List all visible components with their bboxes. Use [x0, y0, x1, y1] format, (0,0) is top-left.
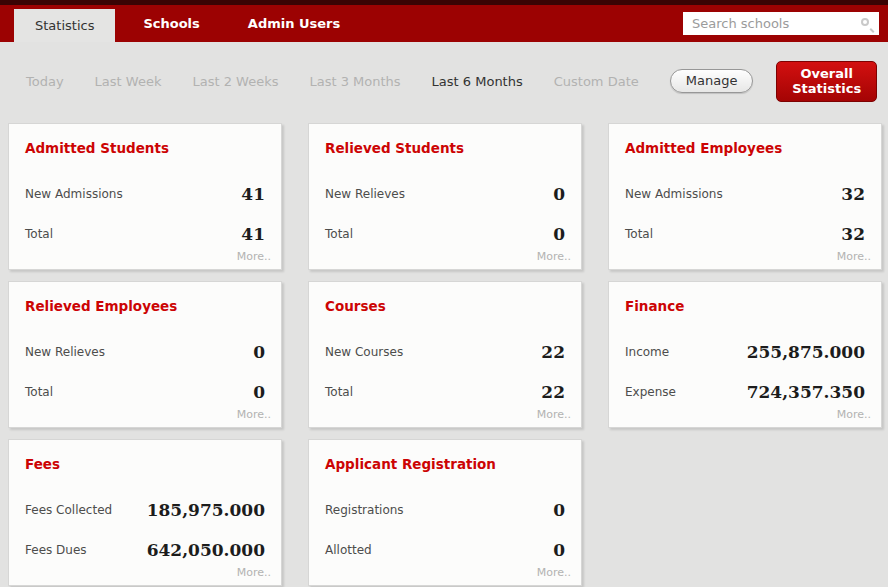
manage-button[interactable]: Manage	[670, 69, 754, 93]
stat-row: Fees Dues 642,050.000	[25, 540, 265, 560]
stat-value: 32	[841, 224, 865, 244]
stat-label: Income	[625, 345, 669, 359]
stat-row: New Courses 22	[325, 342, 565, 362]
stat-label: Total	[25, 385, 53, 399]
card-relieved-students: Relieved Students New Relieves 0 Total 0…	[308, 123, 582, 270]
stat-value: 41	[241, 184, 265, 204]
more-link[interactable]: More..	[837, 250, 871, 263]
stat-label: Total	[625, 227, 653, 241]
stat-row: New Admissions 41	[25, 184, 265, 204]
stat-value: 0	[253, 382, 265, 402]
search-input[interactable]	[683, 12, 879, 35]
stat-row: New Relieves 0	[25, 342, 265, 362]
stat-row: New Relieves 0	[325, 184, 565, 204]
more-link[interactable]: More..	[537, 250, 571, 263]
stat-row: Total 32	[625, 224, 865, 244]
stat-label: New Courses	[325, 345, 403, 359]
stat-label: New Relieves	[325, 187, 405, 201]
stat-value: 22	[541, 342, 565, 362]
magnifier-icon	[861, 18, 869, 26]
stat-value: 0	[253, 342, 265, 362]
stat-row: Total 0	[25, 382, 265, 402]
stat-row: Total 22	[325, 382, 565, 402]
more-link[interactable]: More..	[237, 250, 271, 263]
more-link[interactable]: More..	[837, 408, 871, 421]
filter-last-6-months[interactable]: Last 6 Months	[432, 74, 523, 89]
stat-row: Allotted 0	[325, 540, 565, 560]
stat-row: Registrations 0	[325, 500, 565, 520]
filter-today[interactable]: Today	[26, 74, 64, 89]
stat-value: 255,875.000	[747, 342, 865, 362]
stat-value: 185,975.000	[147, 500, 265, 520]
stat-label: Total	[25, 227, 53, 241]
stat-label: New Admissions	[25, 187, 123, 201]
stat-value: 32	[841, 184, 865, 204]
stat-row: Income 255,875.000	[625, 342, 865, 362]
card-admitted-employees: Admitted Employees New Admissions 32 Tot…	[608, 123, 882, 270]
stat-label: Total	[325, 227, 353, 241]
card-title: Admitted Employees	[625, 140, 865, 156]
tab-schools[interactable]: Schools	[123, 5, 219, 42]
card-title: Courses	[325, 298, 565, 314]
card-title: Applicant Registration	[325, 456, 565, 472]
filter-custom-date[interactable]: Custom Date	[554, 74, 639, 89]
filter-last-week[interactable]: Last Week	[95, 74, 162, 89]
card-relieved-employees: Relieved Employees New Relieves 0 Total …	[8, 281, 282, 428]
stat-value: 0	[553, 540, 565, 560]
card-applicant-registration: Applicant Registration Registrations 0 A…	[308, 439, 582, 586]
card-admitted-students: Admitted Students New Admissions 41 Tota…	[8, 123, 282, 270]
overall-statistics-button[interactable]: Overall Statistics	[776, 61, 877, 102]
stat-label: New Admissions	[625, 187, 723, 201]
card-title: Relieved Employees	[25, 298, 265, 314]
more-link[interactable]: More..	[237, 566, 271, 579]
card-title: Relieved Students	[325, 140, 565, 156]
tab-admin-users[interactable]: Admin Users	[228, 5, 360, 42]
stat-row: New Admissions 32	[625, 184, 865, 204]
card-finance: Finance Income 255,875.000 Expense 724,3…	[608, 281, 882, 428]
card-title: Finance	[625, 298, 865, 314]
filter-last-3-months[interactable]: Last 3 Months	[309, 74, 400, 89]
more-link[interactable]: More..	[237, 408, 271, 421]
more-link[interactable]: More..	[537, 566, 571, 579]
stat-row: Total 41	[25, 224, 265, 244]
stat-label: Expense	[625, 385, 676, 399]
stat-row: Expense 724,357.350	[625, 382, 865, 402]
stat-value: 22	[541, 382, 565, 402]
stat-value: 642,050.000	[147, 540, 265, 560]
stat-label: Fees Dues	[25, 543, 87, 557]
card-fees: Fees Fees Collected 185,975.000 Fees Due…	[8, 439, 282, 586]
stat-label: Fees Collected	[25, 503, 112, 517]
stat-row: Total 0	[325, 224, 565, 244]
card-title: Fees	[25, 456, 265, 472]
date-filter-bar: Today Last Week Last 2 Weeks Last 3 Mont…	[0, 42, 888, 120]
statistics-cards-grid: Admitted Students New Admissions 41 Tota…	[0, 120, 888, 586]
card-title: Admitted Students	[25, 140, 265, 156]
stat-value: 41	[241, 224, 265, 244]
stat-value: 0	[553, 184, 565, 204]
stat-label: Registrations	[325, 503, 404, 517]
more-link[interactable]: More..	[537, 408, 571, 421]
filter-last-2-weeks[interactable]: Last 2 Weeks	[192, 74, 278, 89]
stat-row: Fees Collected 185,975.000	[25, 500, 265, 520]
stat-label: Total	[325, 385, 353, 399]
stat-value: 0	[553, 224, 565, 244]
search-container	[683, 12, 879, 35]
stat-label: New Relieves	[25, 345, 105, 359]
main-navbar: Statistics Schools Admin Users	[0, 5, 888, 42]
filter-actions: Manage Overall Statistics	[670, 61, 878, 102]
tab-statistics[interactable]: Statistics	[14, 9, 115, 42]
card-courses: Courses New Courses 22 Total 22 More..	[308, 281, 582, 428]
stat-label: Allotted	[325, 543, 372, 557]
stat-value: 0	[553, 500, 565, 520]
stat-value: 724,357.350	[747, 382, 865, 402]
